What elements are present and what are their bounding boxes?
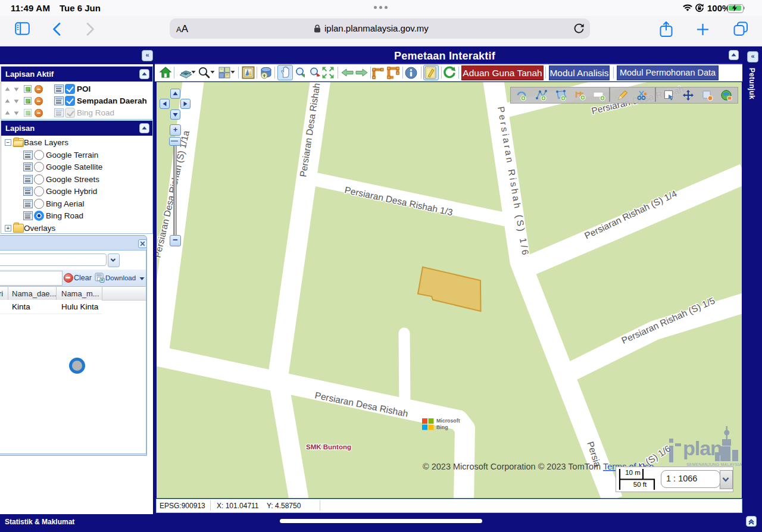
svg-text:Bing: Bing — [436, 424, 448, 430]
svg-text:SEMENANJUNG MALAYSIA: SEMENANJUNG MALAYSIA — [686, 462, 742, 467]
svg-text:SMK Buntong: SMK Buntong — [306, 443, 351, 450]
svg-text:Microsoft: Microsoft — [436, 418, 460, 424]
